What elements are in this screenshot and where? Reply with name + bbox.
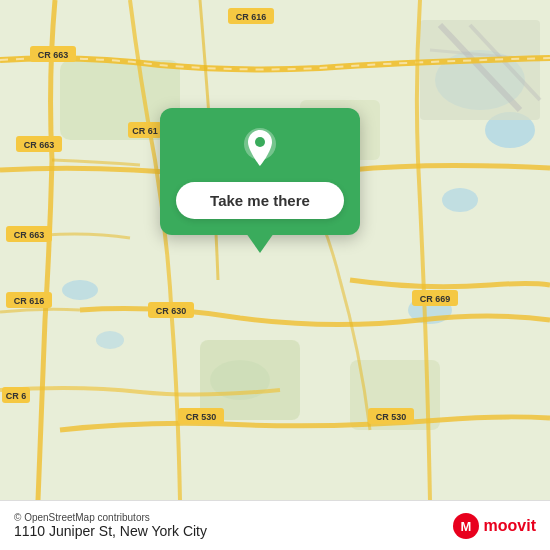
bottom-bar: © OpenStreetMap contributors 1110 Junipe… <box>0 500 550 550</box>
svg-text:CR 663: CR 663 <box>24 140 55 150</box>
map-container: CR 663 CR 616 CR 663 CR 61 CR 663 CR 616… <box>0 0 550 500</box>
svg-text:CR 616: CR 616 <box>14 296 45 306</box>
popup-card: Take me there <box>160 108 360 235</box>
svg-text:CR 616: CR 616 <box>236 12 267 22</box>
svg-text:CR 61: CR 61 <box>132 126 158 136</box>
osm-credit: © OpenStreetMap contributors <box>14 512 452 523</box>
svg-text:CR 630: CR 630 <box>156 306 187 316</box>
svg-point-39 <box>255 137 265 147</box>
svg-text:M: M <box>460 519 471 534</box>
take-me-there-button[interactable]: Take me there <box>176 182 344 219</box>
location-label: 1110 Juniper St, New York City <box>14 523 452 539</box>
svg-text:CR 663: CR 663 <box>14 230 45 240</box>
svg-point-5 <box>62 280 98 300</box>
location-pin-icon <box>238 126 282 170</box>
moovit-icon: M <box>452 512 480 540</box>
svg-text:CR 663: CR 663 <box>38 50 69 60</box>
svg-text:CR 669: CR 669 <box>420 294 451 304</box>
popup-tail <box>246 233 274 253</box>
moovit-text: moovit <box>484 517 536 535</box>
svg-point-6 <box>96 331 124 349</box>
svg-text:CR 530: CR 530 <box>376 412 407 422</box>
svg-text:CR 530: CR 530 <box>186 412 217 422</box>
map-svg: CR 663 CR 616 CR 663 CR 61 CR 663 CR 616… <box>0 0 550 500</box>
moovit-logo: M moovit <box>452 512 536 540</box>
svg-text:CR 6: CR 6 <box>6 391 27 401</box>
svg-point-3 <box>442 188 478 212</box>
